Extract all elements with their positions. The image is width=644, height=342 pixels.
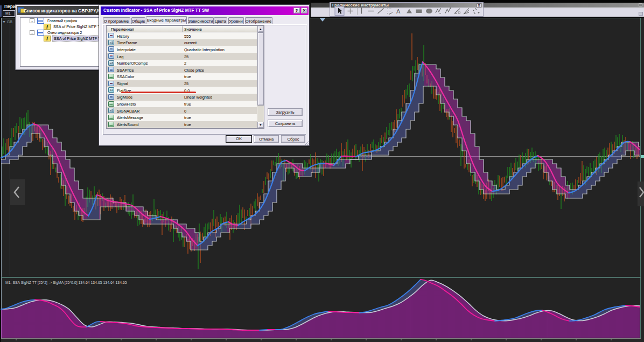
svg-text:A: A [396, 8, 401, 15]
svg-text:M1: SSA SigNZ TT [25*2] -> Sig: M1: SSA SigNZ TT [25*2] -> SigMA [25*0.0… [5, 281, 127, 285]
svg-text:▼ GB: ▼ GB [2, 20, 12, 24]
